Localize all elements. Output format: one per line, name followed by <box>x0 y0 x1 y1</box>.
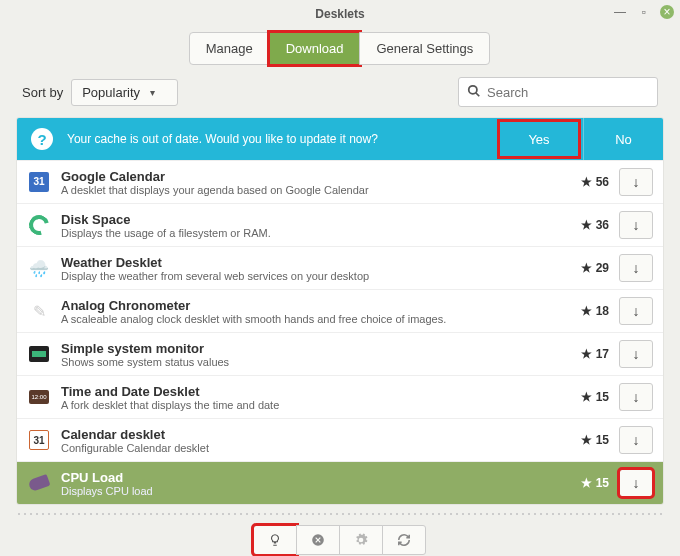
cpu-icon <box>27 471 51 495</box>
clock-icon: ✎ <box>27 299 51 323</box>
disk-icon <box>27 213 51 237</box>
item-desc: A desklet that displays your agenda base… <box>61 184 569 196</box>
tab-download[interactable]: Download <box>269 32 361 65</box>
svg-line-1 <box>476 92 480 96</box>
star-icon: ★ <box>581 304 592 318</box>
item-stars: ★15 <box>569 476 609 490</box>
banner-message: Your cache is out of date. Would you lik… <box>67 132 495 146</box>
list-item[interactable]: 31 Google CalendarA desklet that display… <box>17 160 663 203</box>
window-controls: — ▫ × <box>612 4 674 20</box>
remove-button[interactable] <box>296 525 340 555</box>
item-stars: ★15 <box>569 433 609 447</box>
sort-select[interactable]: Popularity ▾ <box>71 79 178 106</box>
download-button[interactable]: ↓ <box>619 469 653 497</box>
desklet-list: ? Your cache is out of date. Would you l… <box>16 117 664 505</box>
item-name: Calendar desklet <box>61 427 569 442</box>
weather-icon: 🌧️ <box>27 256 51 280</box>
tab-general-settings[interactable]: General Settings <box>359 32 490 65</box>
maximize-button[interactable]: ▫ <box>636 4 652 20</box>
item-name: Disk Space <box>61 212 569 227</box>
item-name: Weather Desklet <box>61 255 569 270</box>
item-stars: ★29 <box>569 261 609 275</box>
divider <box>16 511 664 517</box>
calendar-icon: 31 <box>27 170 51 194</box>
sort-label: Sort by <box>22 85 63 100</box>
sort-value: Popularity <box>82 85 140 100</box>
item-stars: ★18 <box>569 304 609 318</box>
item-stars: ★56 <box>569 175 609 189</box>
item-desc: Display the weather from several web ser… <box>61 270 569 282</box>
list-item[interactable]: CPU LoadDisplays CPU load ★15 ↓ <box>17 461 663 504</box>
titlebar: Desklets — ▫ × <box>0 0 680 28</box>
tab-manage[interactable]: Manage <box>189 32 270 65</box>
item-desc: A fork desklet that displays the time an… <box>61 399 569 411</box>
settings-button[interactable] <box>339 525 383 555</box>
item-stars: ★36 <box>569 218 609 232</box>
close-button[interactable]: × <box>660 5 674 19</box>
list-item[interactable]: 🌧️ Weather DeskletDisplay the weather fr… <box>17 246 663 289</box>
star-icon: ★ <box>581 476 592 490</box>
download-button[interactable]: ↓ <box>619 168 653 196</box>
item-desc: Configurable Calendar desklet <box>61 442 569 454</box>
lightbulb-button[interactable] <box>253 525 297 555</box>
download-button[interactable]: ↓ <box>619 211 653 239</box>
star-icon: ★ <box>581 347 592 361</box>
search-icon <box>467 84 481 101</box>
time-icon: 12:00 <box>27 385 51 409</box>
item-name: Analog Chronometer <box>61 298 569 313</box>
question-icon: ? <box>31 128 53 150</box>
item-desc: Displays the usage of a filesystem or RA… <box>61 227 569 239</box>
sort-by: Sort by Popularity ▾ <box>22 79 178 106</box>
download-button[interactable]: ↓ <box>619 254 653 282</box>
monitor-icon <box>27 342 51 366</box>
download-button[interactable]: ↓ <box>619 297 653 325</box>
banner-yes-button[interactable]: Yes <box>499 121 579 157</box>
item-name: Simple system monitor <box>61 341 569 356</box>
list-item[interactable]: 31 Calendar deskletConfigurable Calendar… <box>17 418 663 461</box>
item-stars: ★17 <box>569 347 609 361</box>
download-button[interactable]: ↓ <box>619 383 653 411</box>
item-name: Google Calendar <box>61 169 569 184</box>
item-desc: A scaleable analog clock desklet with sm… <box>61 313 569 325</box>
item-stars: ★15 <box>569 390 609 404</box>
search-box[interactable] <box>458 77 658 107</box>
star-icon: ★ <box>581 261 592 275</box>
search-input[interactable] <box>487 85 655 100</box>
download-button[interactable]: ↓ <box>619 426 653 454</box>
download-button[interactable]: ↓ <box>619 340 653 368</box>
footer-toolbar <box>0 521 680 556</box>
chevron-down-icon: ▾ <box>150 87 155 98</box>
list-item[interactable]: ✎ Analog ChronometerA scaleable analog c… <box>17 289 663 332</box>
list-item[interactable]: Simple system monitorShows some system s… <box>17 332 663 375</box>
item-desc: Displays CPU load <box>61 485 569 497</box>
star-icon: ★ <box>581 175 592 189</box>
calendar-icon: 31 <box>27 428 51 452</box>
item-name: Time and Date Desklet <box>61 384 569 399</box>
toolbar: Sort by Popularity ▾ <box>0 65 680 117</box>
list-item[interactable]: 12:00 Time and Date DeskletA fork deskle… <box>17 375 663 418</box>
star-icon: ★ <box>581 390 592 404</box>
tab-bar: Manage Download General Settings <box>0 32 680 65</box>
banner-no-button[interactable]: No <box>583 118 663 160</box>
list-item[interactable]: Disk SpaceDisplays the usage of a filesy… <box>17 203 663 246</box>
window-title: Desklets <box>315 7 364 21</box>
minimize-button[interactable]: — <box>612 4 628 20</box>
refresh-button[interactable] <box>382 525 426 555</box>
svg-point-0 <box>469 85 477 93</box>
item-desc: Shows some system status values <box>61 356 569 368</box>
star-icon: ★ <box>581 433 592 447</box>
item-name: CPU Load <box>61 470 569 485</box>
star-icon: ★ <box>581 218 592 232</box>
cache-banner: ? Your cache is out of date. Would you l… <box>17 118 663 160</box>
